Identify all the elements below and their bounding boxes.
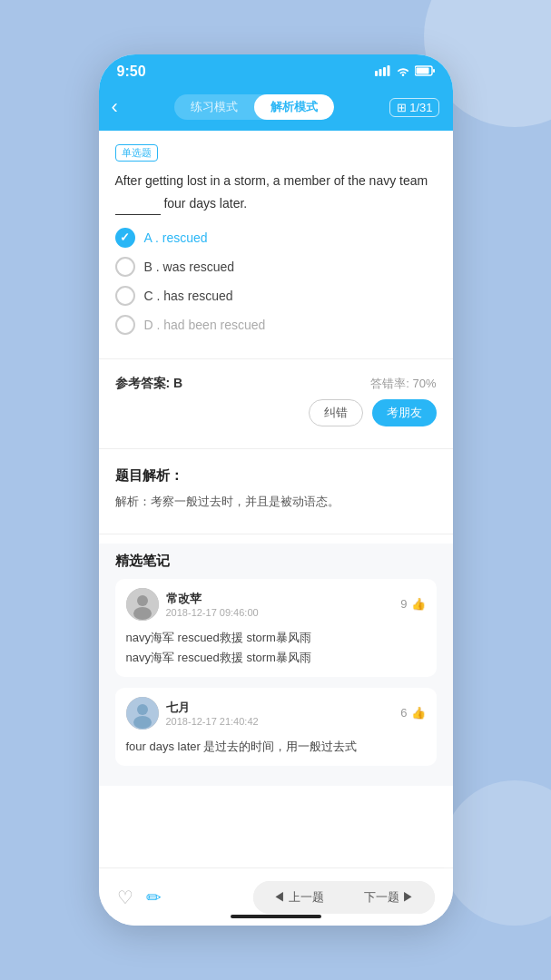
note-user-1: 常改苹 2018-12-17 09:46:00 bbox=[126, 588, 259, 621]
svg-point-12 bbox=[133, 716, 152, 729]
analysis-text: 解析：考察一般过去时，并且是被动语态。 bbox=[115, 492, 437, 512]
question-tag: 单选题 bbox=[115, 144, 158, 162]
wifi-icon bbox=[396, 65, 410, 79]
username-1: 常改苹 bbox=[166, 591, 259, 607]
blank bbox=[115, 192, 161, 215]
prev-button[interactable]: ◀ 上一题 bbox=[253, 881, 344, 914]
svg-rect-6 bbox=[433, 69, 435, 73]
question-section: 单选题 After getting lost in a storm, a mem… bbox=[99, 131, 453, 349]
back-button[interactable]: ‹ bbox=[112, 95, 118, 119]
notes-section: 精选笔记 常改苹 2018-12- bbox=[99, 544, 453, 786]
note-time-2: 2018-12-17 21:40:42 bbox=[166, 716, 259, 727]
option-a-label: A . rescued bbox=[144, 230, 208, 245]
next-button[interactable]: 下一题 ▶ bbox=[344, 881, 435, 914]
tab-practice[interactable]: 练习模式 bbox=[174, 94, 254, 120]
note-user-info-2: 七月 2018-12-17 21:40:42 bbox=[166, 700, 259, 727]
svg-point-9 bbox=[133, 607, 152, 620]
option-a-circle bbox=[115, 228, 135, 248]
option-c[interactable]: C . has rescued bbox=[115, 286, 437, 306]
bottom-nav-buttons: ◀ 上一题 下一题 ▶ bbox=[253, 881, 434, 914]
note-time-1: 2018-12-17 09:46:00 bbox=[166, 607, 259, 618]
status-time: 9:50 bbox=[117, 64, 146, 80]
like-count-2: 6 bbox=[400, 706, 407, 720]
tab-analysis[interactable]: 解析模式 bbox=[254, 94, 334, 120]
option-b-label: B . was rescued bbox=[144, 260, 235, 274]
note-body-2: four days later 是过去的时间，用一般过去式 bbox=[126, 737, 426, 757]
nav-bar: ‹ 练习模式 解析模式 ⊞ 1/31 bbox=[99, 87, 453, 131]
svg-rect-3 bbox=[387, 65, 389, 76]
avatar-1 bbox=[126, 588, 159, 621]
like-count-1: 9 bbox=[400, 597, 407, 611]
option-b-circle bbox=[115, 257, 135, 277]
main-content: 单选题 After getting lost in a storm, a mem… bbox=[99, 131, 453, 867]
bottom-bar: ♡ ✏ ◀ 上一题 下一题 ▶ bbox=[99, 867, 453, 926]
correct-button[interactable]: 纠错 bbox=[309, 399, 363, 426]
svg-rect-0 bbox=[375, 71, 378, 76]
friend-button[interactable]: 考朋友 bbox=[372, 399, 437, 426]
note-user-2: 七月 2018-12-17 21:40:42 bbox=[126, 697, 259, 730]
option-b[interactable]: B . was rescued bbox=[115, 257, 437, 277]
answer-label: 参考答案: B bbox=[115, 376, 183, 392]
svg-rect-2 bbox=[383, 67, 386, 76]
note-like-1[interactable]: 9 👍 bbox=[400, 597, 425, 611]
like-icon-1: 👍 bbox=[411, 597, 426, 611]
option-d[interactable]: D . had been rescued bbox=[115, 315, 437, 335]
nav-tabs: 练习模式 解析模式 bbox=[174, 94, 334, 120]
note-body-1: navy海军 rescued救援 storm暴风雨 navy海军 rescued… bbox=[126, 628, 426, 668]
question-text: After getting lost in a storm, a member … bbox=[115, 171, 437, 215]
answer-section: 参考答案: B 答错率: 70% 纠错 考朋友 bbox=[99, 368, 453, 439]
pen-icon[interactable]: ✏ bbox=[146, 887, 162, 908]
username-2: 七月 bbox=[166, 700, 259, 716]
option-d-label: D . had been rescued bbox=[144, 318, 266, 332]
note-user-info-1: 常改苹 2018-12-17 09:46:00 bbox=[166, 591, 259, 618]
divider-1 bbox=[99, 358, 453, 359]
status-icons bbox=[375, 65, 435, 79]
avatar-2 bbox=[126, 697, 159, 730]
divider-2 bbox=[99, 448, 453, 449]
option-c-circle bbox=[115, 286, 135, 306]
error-rate: 答错率: 70% bbox=[370, 376, 436, 392]
note-header-1: 常改苹 2018-12-17 09:46:00 9 👍 bbox=[126, 588, 426, 621]
option-d-circle bbox=[115, 315, 135, 335]
note-header-2: 七月 2018-12-17 21:40:42 6 👍 bbox=[126, 697, 426, 730]
svg-rect-5 bbox=[416, 67, 428, 74]
question-count: 1/31 bbox=[409, 101, 432, 114]
svg-point-11 bbox=[137, 704, 148, 715]
note-card-2: 七月 2018-12-17 21:40:42 6 👍 four days lat… bbox=[115, 688, 437, 766]
analysis-section: 题目解析： 解析：考察一般过去时，并且是被动语态。 bbox=[99, 458, 453, 524]
note-card-1: 常改苹 2018-12-17 09:46:00 9 👍 navy海军 rescu… bbox=[115, 579, 437, 677]
options-list: A . rescued B . was rescued C . has resc… bbox=[115, 228, 437, 335]
bottom-icons: ♡ ✏ bbox=[117, 887, 162, 908]
analysis-title: 题目解析： bbox=[115, 467, 437, 485]
battery-icon bbox=[415, 65, 435, 79]
option-c-label: C . has rescued bbox=[144, 289, 233, 303]
grid-icon: ⊞ bbox=[397, 101, 407, 114]
answer-buttons: 纠错 考朋友 bbox=[115, 399, 437, 426]
answer-row: 参考答案: B 答错率: 70% bbox=[115, 376, 437, 392]
svg-rect-1 bbox=[379, 69, 381, 76]
svg-point-8 bbox=[137, 595, 148, 606]
home-indicator bbox=[231, 915, 321, 918]
heart-icon[interactable]: ♡ bbox=[117, 887, 133, 908]
notes-title: 精选笔记 bbox=[115, 553, 437, 570]
note-like-2[interactable]: 6 👍 bbox=[400, 706, 425, 720]
status-bar: 9:50 bbox=[99, 54, 453, 87]
option-a[interactable]: A . rescued bbox=[115, 228, 437, 248]
signal-icon bbox=[375, 65, 391, 79]
divider-3 bbox=[99, 534, 453, 534]
like-icon-2: 👍 bbox=[411, 706, 426, 720]
nav-count[interactable]: ⊞ 1/31 bbox=[389, 98, 439, 117]
